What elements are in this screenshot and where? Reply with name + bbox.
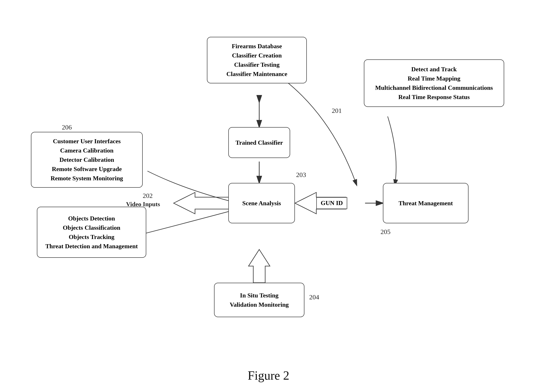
label-201: 201 xyxy=(332,107,342,115)
mgmt-line4: Remote Software Upgrade xyxy=(51,164,123,174)
mgmt-line5: Remote System Monitoring xyxy=(51,174,123,183)
dt-line3: Multichannel Bidirectional Communication… xyxy=(375,83,493,92)
objects-line3: Objects Tracking xyxy=(45,232,138,242)
dt-line4: Real Time Response Status xyxy=(375,92,493,102)
firearms-database-box: Firearms Database Classifier Creation Cl… xyxy=(207,37,307,83)
label-205: 205 xyxy=(381,228,391,236)
gun-id-box: GUN ID xyxy=(316,197,347,209)
mgmt-line1: Customer User Interfaces xyxy=(51,137,123,146)
objects-line4: Threat Detection and Management xyxy=(45,242,138,251)
in-situ-line1: In Situ Testing xyxy=(230,291,289,300)
dt-line2: Real Time Mapping xyxy=(375,74,493,83)
label-202: 202 xyxy=(143,192,153,200)
threat-management-label: Threat Management xyxy=(399,199,453,208)
mgmt-line3: Detector Calibration xyxy=(51,155,123,164)
threat-management-box: Threat Management xyxy=(383,183,469,223)
objects-box: Objects Detection Objects Classification… xyxy=(37,207,146,258)
objects-line1: Objects Detection xyxy=(45,214,138,223)
dt-line1: Detect and Track xyxy=(375,65,493,74)
label-206: 206 xyxy=(62,124,72,131)
objects-line2: Objects Classification xyxy=(45,223,138,232)
label-204: 204 xyxy=(309,293,319,301)
firearms-line4: Classifier Maintenance xyxy=(226,69,287,79)
scene-analysis-box: Scene Analysis xyxy=(228,183,295,223)
video-inputs-label: Video Inputs xyxy=(126,201,160,208)
firearms-line1: Firearms Database xyxy=(226,42,287,51)
svg-marker-10 xyxy=(249,249,270,283)
mgmt-line2: Camera Calibration xyxy=(51,146,123,155)
label-203: 203 xyxy=(296,171,306,179)
in-situ-box: In Situ Testing Validation Monitoring xyxy=(214,283,304,317)
gun-id-label: GUN ID xyxy=(321,200,343,207)
firearms-line3: Classifier Testing xyxy=(226,60,287,69)
trained-classifier-label: Trained Classifier xyxy=(235,138,283,147)
detect-track-box: Detect and Track Real Time Mapping Multi… xyxy=(364,59,504,107)
in-situ-line2: Validation Monitoring xyxy=(230,300,289,309)
firearms-line2: Classifier Creation xyxy=(226,51,287,60)
scene-analysis-label: Scene Analysis xyxy=(242,199,281,208)
management-box: Customer User Interfaces Camera Calibrat… xyxy=(31,132,143,188)
figure-title: Figure 2 xyxy=(248,368,289,382)
trained-classifier-box: Trained Classifier xyxy=(228,127,290,158)
